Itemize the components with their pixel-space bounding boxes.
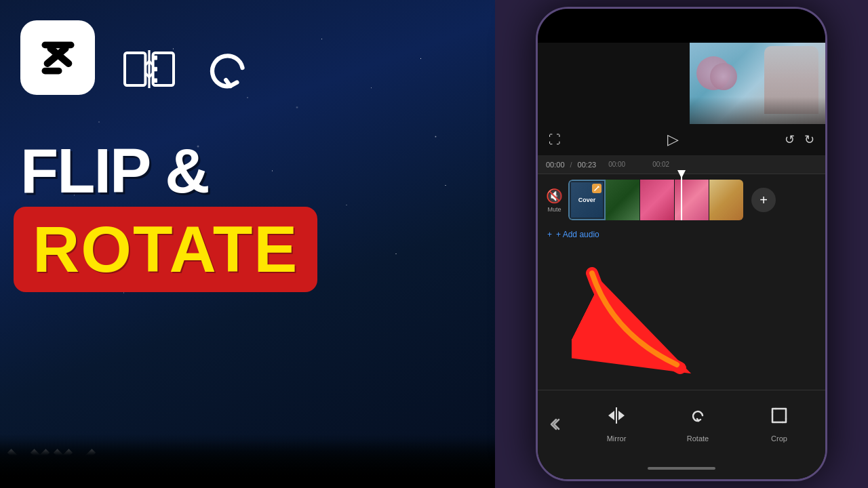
cover-clip[interactable]: Cover xyxy=(568,180,606,220)
mute-button[interactable]: 🔇 Mute xyxy=(546,188,563,213)
add-audio-button[interactable]: + + Add audio xyxy=(538,226,820,243)
back-chevrons-icon xyxy=(549,417,564,432)
mute-label: Mute xyxy=(547,206,561,213)
phone-notch xyxy=(654,18,709,33)
rotate-text-wrapper: ROTATE xyxy=(14,207,317,292)
rotate-tool-icon-svg xyxy=(688,405,708,426)
frame-4 xyxy=(709,180,743,220)
pencil-icon xyxy=(593,185,600,192)
svg-rect-3 xyxy=(41,67,62,74)
capcut-logo xyxy=(20,20,95,95)
left-panel: FLIP & ROTATE xyxy=(0,0,495,488)
toolbar-right: ↺ ↻ xyxy=(785,132,814,147)
mirror-icon xyxy=(606,405,627,430)
rotate-icon xyxy=(197,37,258,101)
add-clip-button[interactable]: + xyxy=(751,188,776,212)
frame-3 xyxy=(675,180,709,220)
title-line1: FLIP & xyxy=(20,136,209,207)
phone-top xyxy=(538,9,825,43)
rotate-tool[interactable]: Rotate xyxy=(657,400,738,448)
svg-marker-12 xyxy=(618,411,625,420)
playhead xyxy=(681,174,682,220)
playhead-top xyxy=(677,170,686,178)
play-icon[interactable]: ▷ xyxy=(667,131,679,148)
video-thumbnail xyxy=(690,43,825,124)
rotate-icon-svg xyxy=(197,37,258,98)
flip-icon-svg xyxy=(122,42,176,96)
home-indicator xyxy=(648,467,715,470)
svg-rect-8 xyxy=(153,79,157,83)
crop-icon-svg xyxy=(769,405,789,426)
back-button[interactable] xyxy=(543,411,570,438)
video-frames xyxy=(606,180,743,220)
clip-area: 🔇 Mute xyxy=(538,174,825,226)
svg-rect-4 xyxy=(125,53,145,85)
frame-1 xyxy=(606,180,639,220)
add-audio-plus: + xyxy=(547,230,552,239)
total-time: 00:23 xyxy=(578,161,597,169)
capcut-logo-svg xyxy=(33,33,83,83)
add-audio-label: + Add audio xyxy=(556,230,599,239)
timeline-wrapper: 00:00 / 00:23 00:00 00:02 xyxy=(538,155,825,390)
mirror-tool[interactable]: Mirror xyxy=(576,400,657,448)
cover-edit-icon xyxy=(592,184,601,193)
toolbar: ⛶ ▷ ↺ ↻ xyxy=(538,124,825,155)
svg-rect-2 xyxy=(41,41,74,48)
time-marker-2: 00:02 xyxy=(652,161,669,168)
crop-tool[interactable]: Crop xyxy=(738,400,820,448)
right-panel: ⛶ ▷ ↺ ↻ 00:00 / 00:23 xyxy=(495,0,868,488)
cover-label: Cover xyxy=(578,197,596,203)
time-marker-1: 00:00 xyxy=(608,161,625,168)
frame-2 xyxy=(640,180,674,220)
video-preview xyxy=(538,43,825,124)
time-ruler-track: 00:00 00:02 xyxy=(608,161,817,168)
current-time: 00:00 xyxy=(546,161,565,169)
phone-bottom-bar xyxy=(538,458,825,479)
toolbar-left: ⛶ xyxy=(549,133,561,147)
undo-icon[interactable]: ↺ xyxy=(785,132,795,147)
mute-icon: 🔇 xyxy=(546,188,563,204)
fullscreen-icon[interactable]: ⛶ xyxy=(549,133,561,147)
trees-silhouette xyxy=(0,434,495,488)
title-line2: ROTATE xyxy=(33,212,298,287)
phone-mockup: ⛶ ▷ ↺ ↻ 00:00 / 00:23 xyxy=(536,7,827,481)
main-container: FLIP & ROTATE xyxy=(0,0,868,488)
rotate-label: Rotate xyxy=(687,434,709,443)
time-separator: / xyxy=(570,161,572,169)
mirror-icon-svg xyxy=(606,405,627,426)
flip-icon xyxy=(122,42,176,96)
video-clip[interactable]: Cover xyxy=(568,180,743,220)
crop-icon xyxy=(769,405,789,430)
mirror-label: Mirror xyxy=(607,434,627,443)
crop-label: Crop xyxy=(771,434,787,443)
app-interface: ⛶ ▷ ↺ ↻ 00:00 / 00:23 xyxy=(538,124,825,479)
rotate-tool-icon xyxy=(688,405,708,430)
redo-icon[interactable]: ↻ xyxy=(804,132,814,147)
svg-marker-11 xyxy=(608,411,614,420)
svg-rect-7 xyxy=(153,67,157,71)
svg-rect-6 xyxy=(153,56,157,60)
bottom-toolbar: Mirror Rotate xyxy=(538,390,825,458)
